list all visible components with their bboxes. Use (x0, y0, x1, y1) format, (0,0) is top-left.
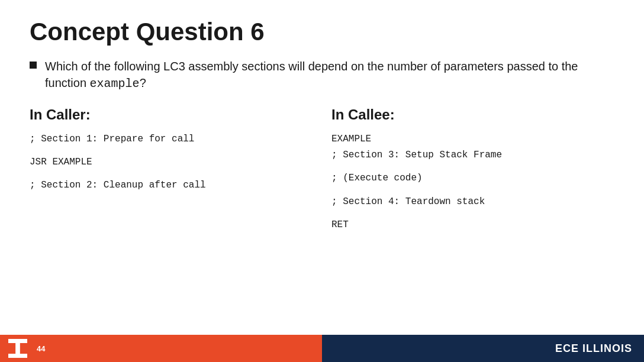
caller-line-1: ; Section 1: Prepare for call (30, 131, 308, 147)
bullet-code: example (90, 77, 140, 90)
illinois-logo (8, 339, 27, 358)
caller-header: In Caller: (30, 106, 308, 123)
callee-line-1: EXAMPLE (331, 131, 614, 147)
slide-title: Concept Question 6 (30, 18, 614, 46)
caller-spacer-2 (30, 170, 308, 177)
callee-spacer-1 (331, 163, 614, 170)
footer: 44 ECE ILLINOIS (0, 335, 644, 362)
footer-logo: 44 (8, 339, 45, 358)
callee-code: EXAMPLE ; Section 3: Setup Stack Frame ;… (331, 131, 614, 233)
page-number: 44 (37, 344, 45, 353)
callee-line-3: ; (Execute code) (331, 170, 614, 186)
brand-text: ECE ILLINOIS (555, 342, 632, 355)
bullet-icon (30, 62, 37, 69)
callee-spacer-2 (331, 187, 614, 194)
content-columns: In Caller: ; Section 1: Prepare for call… (30, 106, 614, 233)
callee-spacer-3 (331, 210, 614, 217)
caller-spacer-1 (30, 147, 308, 154)
caller-column: In Caller: ; Section 1: Prepare for call… (30, 106, 320, 233)
bullet-text-after: ? (140, 76, 146, 89)
callee-line-5: RET (331, 217, 614, 233)
bullet-text: Which of the following LC3 assembly sect… (45, 58, 614, 92)
illinois-i-icon (8, 339, 27, 358)
callee-line-2: ; Section 3: Setup Stack Frame (331, 147, 614, 163)
callee-header: In Callee: (331, 106, 614, 123)
caller-code: ; Section 1: Prepare for call JSR EXAMPL… (30, 131, 308, 194)
caller-line-3: ; Section 2: Cleanup after call (30, 177, 308, 193)
caller-line-2: JSR EXAMPLE (30, 154, 308, 170)
callee-column: In Callee: EXAMPLE ; Section 3: Setup St… (320, 106, 614, 233)
slide-container: Concept Question 6 Which of the followin… (0, 0, 644, 362)
callee-line-4: ; Section 4: Teardown stack (331, 194, 614, 210)
bullet-point: Which of the following LC3 assembly sect… (30, 58, 614, 92)
